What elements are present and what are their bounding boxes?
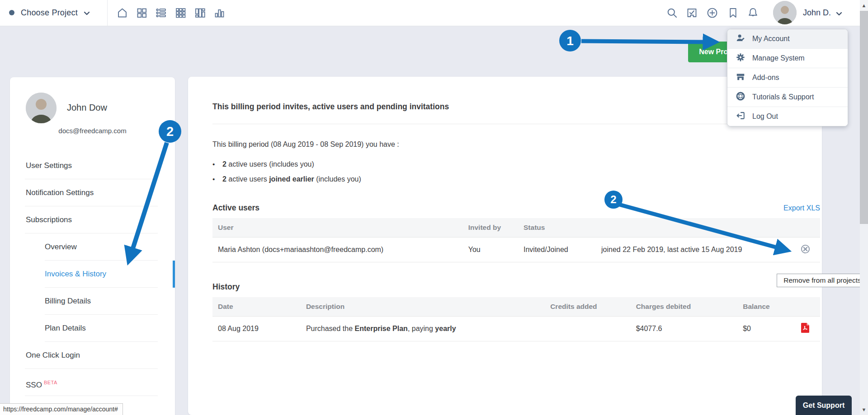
- step1-badge: [559, 30, 581, 51]
- scroll-up-icon[interactable]: ▲: [860, 0, 868, 11]
- project-selector[interactable]: Choose Project: [21, 0, 78, 26]
- gear-icon: [736, 52, 745, 64]
- sidebar-menu: User Settings Notification Settings Subs…: [10, 152, 175, 396]
- user-menu: My Account Manage System Add-ons Tutoria…: [727, 29, 848, 126]
- sidebar-item-overview[interactable]: Overview: [10, 233, 175, 261]
- billing-content-card: This billing period invites, active user…: [188, 77, 822, 415]
- boards-icon[interactable]: [194, 7, 206, 19]
- col-invoice: [790, 297, 820, 317]
- home-icon[interactable]: [116, 7, 128, 19]
- col-balance: Balance: [737, 297, 790, 317]
- menu-item-tutorials-support[interactable]: Tutorials & Support: [727, 88, 848, 107]
- page-scrollbar[interactable]: ▲ ▼: [860, 0, 868, 415]
- project-status-dot-icon: [9, 10, 14, 15]
- menu-item-label: Tutorials & Support: [752, 93, 814, 101]
- pdf-invoice-icon[interactable]: [801, 326, 810, 334]
- bookmark-icon[interactable]: [727, 7, 739, 19]
- user-chevron-down-icon[interactable]: [835, 10, 843, 19]
- get-support-button[interactable]: Get Support: [796, 396, 852, 415]
- col-invited-by: Invited by: [463, 218, 518, 238]
- search-icon[interactable]: [666, 7, 678, 19]
- date-cell: 08 Aug 2019: [212, 317, 301, 341]
- sidebar-item-label: Billing Details: [45, 297, 91, 305]
- svg-text:1: 1: [566, 34, 574, 48]
- col-actions: [790, 218, 820, 238]
- sidebar-item-label: Invoices & History: [45, 270, 106, 278]
- sidebar-item-one-click-login[interactable]: One Click Login: [10, 342, 175, 369]
- widget-check-icon[interactable]: [686, 7, 698, 19]
- user-cell: Maria Ashton (docs+mariaashton@freedcamp…: [212, 238, 463, 262]
- table-header-row: Date Description Credits added Charges d…: [212, 297, 820, 317]
- menu-item-add-ons[interactable]: Add-ons: [727, 68, 848, 88]
- sidebar-item-billing-details[interactable]: Billing Details: [10, 288, 175, 315]
- menu-item-label: My Account: [752, 35, 790, 43]
- table-row: Maria Ashton (docs+mariaashton@freedcamp…: [212, 238, 820, 262]
- col-activity: [596, 218, 790, 238]
- account-sidebar: John Dow docs@freedcamp.com User Setting…: [10, 77, 175, 415]
- sidebar-item-label: Subscriptions: [26, 215, 72, 224]
- col-description: Description: [301, 297, 545, 317]
- top-bar: Choose Project: [0, 0, 860, 26]
- apps-grid-icon[interactable]: [175, 7, 187, 19]
- dashboard-grid-icon[interactable]: [136, 7, 148, 19]
- active-users-table: User Invited by Status Maria Ashton (doc…: [212, 218, 820, 262]
- col-date: Date: [212, 297, 301, 317]
- sidebar-item-user-settings[interactable]: User Settings: [10, 152, 175, 179]
- table-row: 08 Aug 2019 Purchased the Enterprise Pla…: [212, 317, 820, 341]
- invited-by-cell: You: [463, 238, 518, 262]
- sidebar-item-notification-settings[interactable]: Notification Settings: [10, 179, 175, 206]
- sidebar-item-label: Notification Settings: [26, 188, 94, 197]
- person-edit-icon: [736, 33, 745, 45]
- charges-cell: $4077.6: [631, 317, 738, 341]
- notifications-icon[interactable]: [747, 7, 759, 19]
- menu-item-my-account[interactable]: My Account: [727, 29, 848, 49]
- active-users-title: Active users: [212, 203, 259, 213]
- menu-item-label: Manage System: [752, 54, 805, 62]
- history-table: Date Description Credits added Charges d…: [212, 297, 820, 341]
- bullet-active-users: • 2 active users (includes you): [212, 160, 820, 168]
- life-buoy-icon: [736, 91, 745, 103]
- col-status: Status: [518, 218, 596, 238]
- menu-item-manage-system[interactable]: Manage System: [727, 49, 848, 68]
- billing-bullets: • 2 active users (includes you) • 2 acti…: [212, 160, 820, 183]
- topbar-divider: [107, 0, 108, 26]
- credits-cell: [545, 317, 631, 341]
- step1-arrow: [581, 41, 706, 42]
- sidebar-divider: [25, 396, 158, 396]
- sidebar-item-sso[interactable]: SSOBETA: [10, 369, 175, 396]
- sidebar-item-label: SSO: [26, 381, 42, 389]
- table-header-row: User Invited by Status: [212, 218, 820, 238]
- col-charges: Charges debited: [631, 297, 738, 317]
- balance-cell: $0: [737, 317, 790, 341]
- export-xls-link[interactable]: Export XLS: [783, 204, 820, 212]
- active-item-indicator: [173, 261, 175, 288]
- sidebar-item-subscriptions[interactable]: Subscriptions: [10, 206, 175, 233]
- reports-icon[interactable]: [213, 7, 226, 19]
- col-user: User: [212, 218, 463, 238]
- bullet-joined-earlier: • 2 active users joined earlier (include…: [212, 175, 820, 183]
- beta-badge: BETA: [44, 380, 57, 385]
- store-icon: [736, 72, 745, 84]
- sidebar-item-label: Plan Details: [45, 324, 86, 332]
- user-avatar[interactable]: [773, 1, 797, 24]
- add-icon[interactable]: [706, 7, 718, 19]
- menu-item-log-out[interactable]: Log Out: [727, 107, 848, 126]
- sidebar-item-invoices-history[interactable]: Invoices & History: [10, 261, 175, 288]
- scroll-down-icon[interactable]: ▼: [860, 405, 868, 415]
- scrollbar-thumb[interactable]: [860, 11, 868, 224]
- history-title: History: [212, 282, 240, 292]
- profile-avatar: [26, 93, 57, 123]
- freedcamp-account-page: Choose Project: [0, 0, 868, 415]
- bullet-marker: •: [212, 160, 222, 168]
- profile-email: docs@freedcamp.com: [10, 127, 175, 135]
- remove-user-icon[interactable]: [800, 244, 811, 254]
- remove-tooltip: Remove from all projects: [777, 274, 868, 287]
- task-list-icon[interactable]: [155, 7, 167, 19]
- bullet-marker: •: [212, 175, 222, 183]
- exit-icon: [736, 111, 745, 122]
- description-cell: Purchased the Enterprise Plan, paying ye…: [301, 317, 545, 341]
- user-name[interactable]: John D.: [803, 0, 831, 26]
- sidebar-item-plan-details[interactable]: Plan Details: [10, 315, 175, 342]
- chevron-down-icon[interactable]: [83, 9, 90, 19]
- menu-item-label: Log Out: [752, 112, 778, 121]
